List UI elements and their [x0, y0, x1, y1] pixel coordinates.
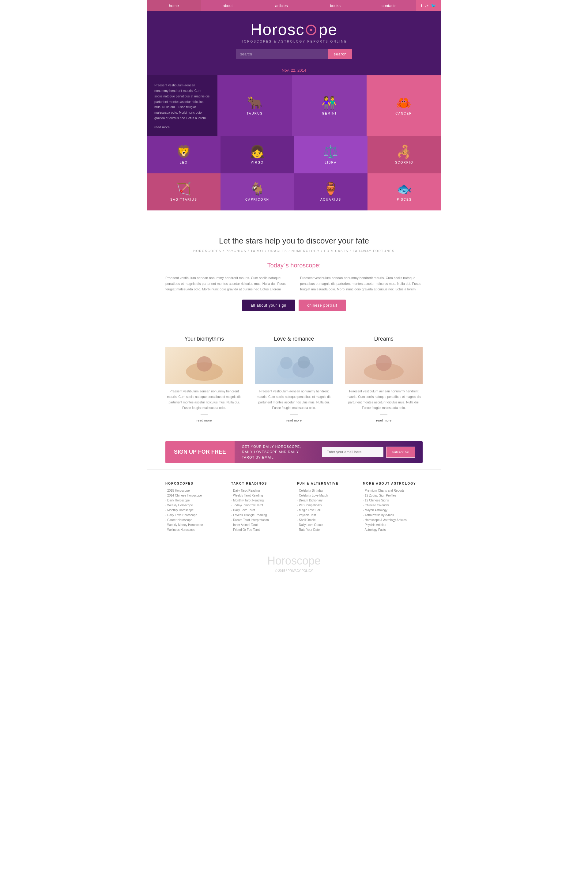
- link-tarot[interactable]: TAROT: [251, 249, 264, 253]
- footer-link[interactable]: Rate Your Date: [297, 528, 357, 531]
- footer-link[interactable]: Weekly Horoscope: [165, 504, 225, 507]
- aquarius-label: AQUARIUS: [320, 198, 341, 201]
- link-forecasts[interactable]: FORECASTS: [324, 249, 348, 253]
- footer-col-title-tarot: TAROT READINGS: [231, 482, 291, 485]
- twitter-icon[interactable]: 🐦: [431, 3, 436, 8]
- zodiac-scorpio[interactable]: 🦂 SCORPIO: [368, 136, 441, 173]
- chinese-portrait-button[interactable]: chinese portrait: [298, 300, 346, 311]
- link-psychics[interactable]: PSYCHICS: [226, 249, 246, 253]
- footer-col-title-horoscopes: HOROSCOPES: [165, 482, 225, 485]
- footer-link[interactable]: Mayan Astrology: [363, 508, 423, 512]
- site-subtitle: HOROSCOPES & ASTROLOGY REPORTS ONLINE: [153, 40, 435, 43]
- zodiac-libra[interactable]: ⚖️ LIBRA: [294, 136, 368, 173]
- footer-link[interactable]: Magic Love Ball: [297, 508, 357, 512]
- zodiac-capricorn[interactable]: 🐐 CAPRICORN: [220, 173, 294, 210]
- footer-link[interactable]: Today/Tomorrow Tarot: [231, 504, 291, 507]
- tagline-section: Let the stars help you to discover your …: [147, 210, 441, 259]
- facebook-icon[interactable]: f: [421, 3, 422, 8]
- love-read-more[interactable]: read more: [286, 418, 302, 422]
- footer-link[interactable]: Dream Dictionary: [297, 499, 357, 502]
- horoscope-section: Today`s horoscope: Praesent vestibulum a…: [147, 259, 441, 324]
- features-section: Your biorhythms Praesent vestibulum aene…: [147, 324, 441, 435]
- footer-link[interactable]: Dream Tarot Interpretation: [231, 518, 291, 522]
- footer-link[interactable]: Astrology Facts: [363, 528, 423, 531]
- footer-col-title-astrology: MORE ABOUT ASTROLOGY: [363, 482, 423, 485]
- dreams-read-more[interactable]: read more: [376, 418, 392, 422]
- footer-link[interactable]: Psychic Articles: [363, 523, 423, 526]
- footer-link[interactable]: Premium Charts and Reports: [363, 489, 423, 492]
- pisces-icon: 🐟: [397, 183, 412, 195]
- link-oracles[interactable]: ORACLES: [268, 249, 287, 253]
- zodiac-sagittarius[interactable]: 🏹 SAGITTARIUS: [147, 173, 220, 210]
- read-more-intro[interactable]: read more: [154, 125, 210, 129]
- footer-link[interactable]: Celebrity Love Match: [297, 494, 357, 497]
- footer-col-title-fun: FUN & ALTERNATIVE: [297, 482, 357, 485]
- footer-link[interactable]: Lover's Triangle Reading: [231, 513, 291, 517]
- virgo-icon: 👧: [250, 146, 265, 158]
- scorpio-label: SCORPIO: [395, 161, 413, 164]
- email-input[interactable]: [322, 447, 383, 458]
- footer-link[interactable]: Wellness Horoscope: [165, 528, 225, 531]
- footer-link[interactable]: Career Horoscope: [165, 518, 225, 522]
- horoscope-buttons: all about your sign chinese portrait: [165, 300, 423, 311]
- leo-label: LEO: [180, 161, 188, 164]
- footer-link[interactable]: Daily Tarot Reading: [231, 489, 291, 492]
- footer-link[interactable]: Monthly Tarot Reading: [231, 499, 291, 502]
- biorhythms-read-more[interactable]: read more: [196, 418, 212, 422]
- nav-contacts[interactable]: contacts: [362, 0, 416, 11]
- footer-link[interactable]: Celebrity Birthday: [297, 489, 357, 492]
- footer-link[interactable]: Monthly Horoscope: [165, 508, 225, 512]
- intro-text: Praesent vestibulum aenean nonummy hendr…: [154, 83, 210, 121]
- footer-link[interactable]: 12 Zodiac Sign Profiles: [363, 494, 423, 497]
- footer-link[interactable]: Chinese Calendar: [363, 504, 423, 507]
- footer-link[interactable]: Psychic Test: [297, 513, 357, 517]
- aquarius-icon: 🏺: [323, 183, 338, 195]
- zodiac-pisces[interactable]: 🐟 PISCES: [368, 173, 441, 210]
- search-input[interactable]: [236, 50, 328, 59]
- googleplus-icon[interactable]: g+: [424, 4, 429, 8]
- all-about-sign-button[interactable]: all about your sign: [242, 300, 295, 311]
- footer-link[interactable]: Daily Love Tarot: [231, 508, 291, 512]
- footer-link[interactable]: Weekly Money Horoscope: [165, 523, 225, 526]
- footer-col-horoscopes: HOROSCOPES 2015 Horoscope 2014 Chinese H…: [165, 482, 225, 533]
- zodiac-leo[interactable]: 🦁 LEO: [147, 136, 220, 173]
- zodiac-cancer[interactable]: 🦀 CANCER: [367, 75, 441, 136]
- dreams-divider: [380, 414, 387, 415]
- zodiac-row-1: Praesent vestibulum aenean nonummy hendr…: [147, 75, 441, 136]
- search-button[interactable]: search: [328, 50, 352, 59]
- biorhythms-title: Your biorhythms: [165, 336, 243, 342]
- footer-link[interactable]: Pet Compatibility: [297, 504, 357, 507]
- footer-link[interactable]: Horoscope & Astrology Articles: [363, 518, 423, 522]
- footer-link[interactable]: Daily Love Horoscope: [165, 513, 225, 517]
- nav-books[interactable]: books: [308, 0, 362, 11]
- footer-link[interactable]: Friend Or Foe Tarot: [231, 528, 291, 531]
- link-faraway[interactable]: FARAWAY FORTUNES: [353, 249, 395, 253]
- footer-bottom: Horoscope © 2015 / PRIVACY POLICY: [147, 545, 441, 582]
- zodiac-virgo[interactable]: 👧 VIRGO: [220, 136, 294, 173]
- tagline-divider: [290, 231, 298, 231]
- nav-about[interactable]: about: [201, 0, 255, 11]
- zodiac-taurus[interactable]: 🐂 TAURUS: [218, 75, 292, 136]
- subscribe-button[interactable]: subscribe: [386, 447, 415, 458]
- features-row: Your biorhythms Praesent vestibulum aene…: [165, 336, 423, 423]
- footer-copyright: © 2015 / PRIVACY POLICY: [153, 569, 435, 573]
- footer-link[interactable]: Daily Horoscope: [165, 499, 225, 502]
- zodiac-gemini[interactable]: 👫 GEMINI: [292, 75, 366, 136]
- footer-link[interactable]: 2015 Horoscope: [165, 489, 225, 492]
- footer-link[interactable]: 2014 Chinese Horoscope: [165, 494, 225, 497]
- link-numerology[interactable]: NUMEROLOGY: [291, 249, 320, 253]
- footer-link[interactable]: AstroProfile by e-mail: [363, 513, 423, 517]
- link-horoscopes[interactable]: HOROSCOPES: [193, 249, 221, 253]
- sagittarius-label: SAGITTARIUS: [170, 198, 197, 201]
- virgo-label: VIRGO: [251, 161, 264, 164]
- horoscope-title: Today`s horoscope:: [165, 262, 423, 269]
- footer-link[interactable]: Shell Oracle: [297, 518, 357, 522]
- zodiac-aquarius[interactable]: 🏺 AQUARIUS: [294, 173, 368, 210]
- nav-articles[interactable]: articles: [255, 0, 308, 11]
- nav-home[interactable]: home: [147, 0, 201, 11]
- footer-link[interactable]: Daily Love Oracle: [297, 523, 357, 526]
- footer-link[interactable]: Weekly Tarot Reading: [231, 494, 291, 497]
- signup-label: SIGN UP FOR FREE: [165, 441, 235, 463]
- footer-link[interactable]: Inner Animal Tarot: [231, 523, 291, 526]
- footer-link[interactable]: 12 Chinese Signs: [363, 499, 423, 502]
